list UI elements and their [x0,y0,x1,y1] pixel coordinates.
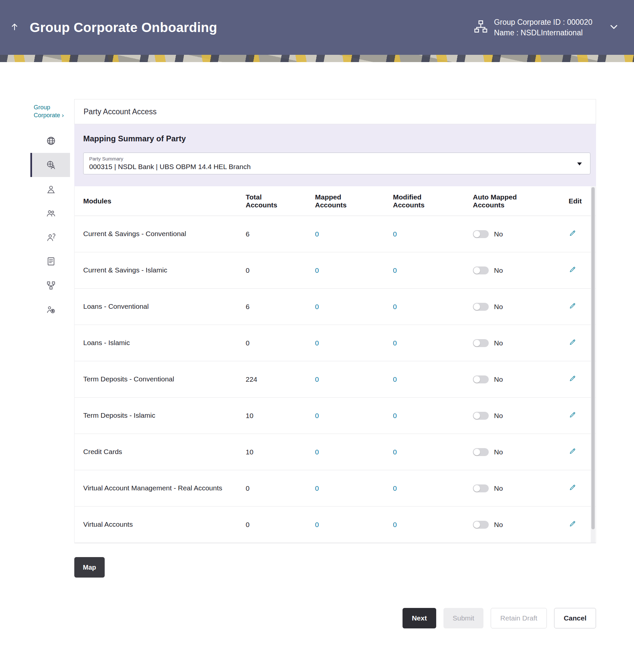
modified-accounts-link[interactable]: 0 [393,339,473,347]
auto-mapped-toggle[interactable] [473,339,489,347]
edit-cell [569,302,586,311]
sidebar-icon-list [30,129,74,322]
mapped-accounts-link[interactable]: 0 [315,230,393,238]
module-name: Current & Savings - Islamic [83,265,246,275]
mapping-summary-panel: Mapping Summary of Party Party Summary 0… [74,124,596,186]
auto-mapped-label: No [494,266,503,274]
edit-row-button[interactable] [569,230,576,237]
sidebar-item-user-finance-icon[interactable] [30,297,70,322]
module-name: Current & Savings - Conventional [83,229,246,239]
modified-accounts-link[interactable]: 0 [393,484,473,493]
cancel-button[interactable]: Cancel [554,608,596,628]
auto-mapped-cell: No [473,376,569,383]
party-summary-select[interactable]: Party Summary 000315 | NSDL Bank | UBS O… [83,152,590,174]
edit-row-button[interactable] [569,484,576,491]
mapped-accounts-link[interactable]: 0 [315,412,393,420]
auto-mapped-toggle[interactable] [473,484,489,493]
next-button[interactable]: Next [403,608,436,628]
pencil-icon [569,411,576,419]
auto-mapped-cell: No [473,266,569,274]
page-title-card: Party Account Access [74,99,596,124]
edit-row-button[interactable] [569,375,576,382]
edit-row-button[interactable] [569,520,576,528]
modified-accounts-link[interactable]: 0 [393,412,473,420]
table-row: Virtual Accounts000No [75,507,596,543]
submit-button[interactable]: Submit [443,608,483,628]
modified-accounts-link[interactable]: 0 [393,448,473,456]
retain-draft-button[interactable]: Retain Draft [491,608,547,628]
total-accounts-value: 224 [246,376,315,383]
decorative-banner [0,55,634,62]
edit-row-button[interactable] [569,448,576,455]
auto-mapped-label: No [494,230,503,238]
edit-row-button[interactable] [569,338,576,346]
module-name: Credit Cards [83,447,246,457]
mapped-accounts-link[interactable]: 0 [315,266,393,274]
column-header-mapped-accounts: Mapped Accounts [315,193,354,209]
sidebar-item-globe-icon[interactable] [30,129,70,153]
auto-mapped-cell: No [473,339,569,347]
corporate-info: Group Corporate ID : 000020 Name : NSDLI… [473,17,619,38]
up-arrow-icon[interactable] [10,22,19,33]
total-accounts-value: 0 [246,484,315,493]
auto-mapped-label: No [494,376,503,383]
total-accounts-value: 0 [246,266,315,274]
table-row: Current & Savings - Conventional600No [75,216,596,252]
sidebar-item-party-account-access-icon[interactable] [30,153,70,177]
group-corporate-onboarding-page: Group Corporate Onboarding Group Corpora… [0,0,634,672]
content-area: Group Corporate› Party Account Access Ma… [0,62,634,628]
auto-mapped-label: No [494,448,503,456]
auto-mapped-label: No [494,303,503,311]
sidebar-item-user-profile-icon[interactable] [30,177,70,201]
pencil-icon [569,448,576,455]
modified-accounts-link[interactable]: 0 [393,230,473,238]
edit-row-button[interactable] [569,411,576,419]
sidebar-item-group-corporate[interactable]: Group Corporate› [30,99,65,120]
auto-mapped-toggle[interactable] [473,303,489,311]
pencil-icon [569,375,576,382]
mapped-accounts-link[interactable]: 0 [315,484,393,493]
sidebar-item-user-group-icon[interactable] [30,201,70,225]
user-finance-icon [46,305,56,315]
modified-accounts-link[interactable]: 0 [393,266,473,274]
sidebar: Group Corporate› [30,99,74,628]
map-button[interactable]: Map [74,557,105,578]
globe-icon [46,136,56,146]
party-summary-label: Party Summary [89,156,570,162]
auto-mapped-toggle[interactable] [473,521,489,529]
table-body: Current & Savings - Conventional600NoCur… [75,216,596,543]
app-header: Group Corporate Onboarding Group Corpora… [0,0,634,55]
total-accounts-value: 6 [246,303,315,311]
edit-cell [569,266,586,275]
auto-mapped-toggle[interactable] [473,376,489,383]
modified-accounts-link[interactable]: 0 [393,376,473,383]
chevron-right-icon: › [62,112,64,119]
table-scrollbar [591,187,595,543]
auto-mapped-toggle[interactable] [473,266,489,274]
auto-mapped-toggle[interactable] [473,448,489,456]
edit-cell [569,230,586,239]
mapped-accounts-link[interactable]: 0 [315,448,393,456]
modules-table: ModulesTotal AccountsMapped AccountsModi… [74,186,596,543]
modified-accounts-link[interactable]: 0 [393,521,473,529]
dropdown-caret-icon [577,163,582,165]
mapped-accounts-link[interactable]: 0 [315,521,393,529]
edit-row-button[interactable] [569,302,576,310]
edit-row-button[interactable] [569,266,576,273]
mapped-accounts-link[interactable]: 0 [315,303,393,311]
auto-mapped-toggle[interactable] [473,412,489,420]
auto-mapped-toggle[interactable] [473,230,489,238]
main-panel: Party Account Access Mapping Summary of … [74,99,596,628]
modified-accounts-link[interactable]: 0 [393,303,473,311]
scrollbar-thumb[interactable] [591,187,595,529]
module-name: Virtual Accounts [83,520,246,529]
table-row: Current & Savings - Islamic000No [75,252,596,289]
sidebar-item-report-icon[interactable] [30,249,70,273]
sidebar-item-workflow-icon[interactable] [30,273,70,297]
mapped-accounts-link[interactable]: 0 [315,376,393,383]
mapped-accounts-link[interactable]: 0 [315,339,393,347]
sidebar-item-user-support-icon[interactable] [30,225,70,249]
auto-mapped-cell: No [473,230,569,238]
edit-cell [569,484,586,493]
chevron-down-icon[interactable] [609,22,619,33]
